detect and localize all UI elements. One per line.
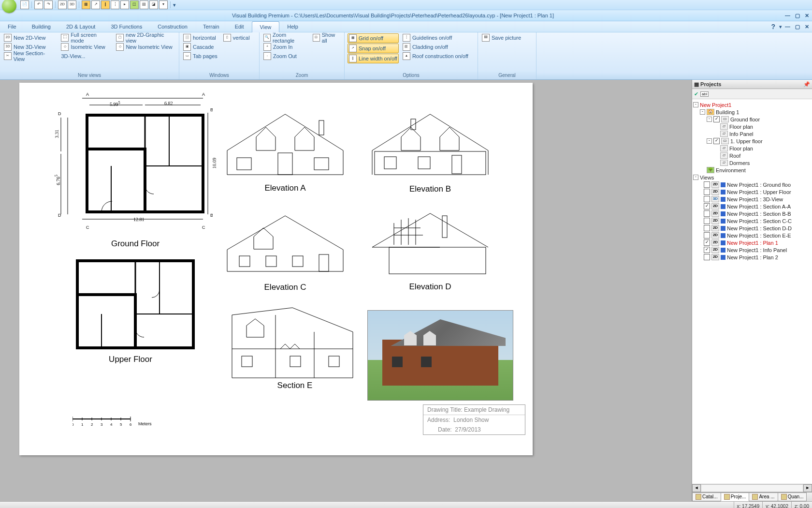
ribbon-minimize-icon[interactable]: ▾ [779,24,782,30]
tree-view-item[interactable]: 2DNew Project1 : Section C-C [693,217,811,224]
zoom-rect-button[interactable]: 🔍Zoom rectangle [262,33,308,42]
mdi-minimize-button[interactable]: — [784,24,791,30]
qat-grid-icon[interactable]: ▦ [82,0,90,9]
tab-area[interactable]: Area ... [749,493,778,501]
guidelines-toggle-button[interactable]: ╎Guidelines on/off [402,33,469,42]
expander-icon[interactable]: - [693,175,698,180]
qat-snap-icon[interactable]: ↗ [91,0,100,9]
new-2d-view-button[interactable]: 2DNew 2D-View [3,33,56,42]
tree-views[interactable]: Views [700,175,714,180]
tree-building[interactable]: Building 1 [716,109,739,115]
tab-quantity[interactable]: Quan... [778,493,807,501]
tab-projects[interactable]: Proje... [721,493,750,501]
tree-item[interactable]: Floor plan [729,146,753,151]
new-isometric-button[interactable]: ◇New Isometric View [115,43,176,51]
tree-view-item[interactable]: 2DNew Project1 : Info Panel [693,246,811,254]
checkbox[interactable] [704,225,710,231]
help-icon[interactable]: ? [771,23,775,30]
cascade-button[interactable]: ▣Cascade [182,43,218,51]
tree-project[interactable]: New Project1 [700,102,731,108]
checkbox[interactable] [704,210,710,217]
close-button[interactable]: ✕ [804,13,810,19]
cladding-toggle-button[interactable]: ▥Cladding on/off [402,43,469,51]
qat-tool6-icon[interactable]: ◫ [130,0,139,9]
grid-toggle-button[interactable]: ▦Grid on/off [348,33,399,43]
project-tree[interactable]: -New Project1 -🏠Building 1 -▭Ground floo… [692,99,812,484]
tree-view-item[interactable]: 2DNew Project1 : Upper Floor [693,188,811,195]
qat-redo-icon[interactable]: ↷ [44,0,53,9]
minimize-button[interactable]: — [784,13,791,19]
tree-view-item[interactable]: 2DNew Project1 : Section D-D [693,224,811,232]
tree-item[interactable]: Dormers [729,160,750,166]
zoom-out-button[interactable]: -Zoom Out [262,52,308,60]
qat-2d-icon[interactable]: 2D [58,0,67,9]
pin-icon[interactable]: 📌 [803,81,810,88]
tree-view-item[interactable]: 2DNew Project1 : Plan 1 [693,239,811,246]
linewidth-toggle-button[interactable]: ‖Line width on/off [348,54,399,63]
full-screen-button[interactable]: ⛶Full screen mode [60,33,111,42]
canvas-viewport[interactable]: AC AC DD BB 5.995 6.82 3.31 6.765 10.09 … [0,80,692,501]
tree-view-item[interactable]: 2DNew Project1 : Ground floo [693,181,811,188]
zoom-in-button[interactable]: +Zoom In [262,43,308,51]
tab-catalog[interactable]: Catal... [692,493,721,501]
checkbox[interactable] [704,218,710,224]
checkbox[interactable] [704,247,710,253]
expander-icon[interactable]: - [707,117,712,122]
panel-rename-icon[interactable]: abI [700,91,709,97]
menu-view[interactable]: View [252,21,280,32]
checkbox[interactable] [704,254,710,260]
menu-file[interactable]: File [0,21,24,32]
tree-item[interactable]: Info Panel [729,131,754,137]
menu-construction[interactable]: Construction [150,21,195,32]
qat-overflow-icon[interactable]: ▾ [173,2,176,8]
checkbox[interactable] [704,196,710,202]
qat-guide-icon[interactable]: ╎ [111,0,119,9]
checkbox[interactable] [704,189,710,195]
isometric-view-button[interactable]: ◇Isometric View [60,43,111,51]
menu-edit[interactable]: Edit [227,21,252,32]
checkbox[interactable] [704,239,710,246]
new-section-view-button[interactable]: ✂New Section-View [3,52,56,60]
tree-view-item[interactable]: 2DNew Project1 : Section E-E [693,232,811,239]
checkbox[interactable] [704,181,710,188]
checkbox[interactable] [704,232,710,239]
horizontal-button[interactable]: ⬜horizontal [182,33,218,42]
tree-item[interactable]: Floor plan [729,124,753,130]
tree-view-item[interactable]: 2DNew Project1 : Section A-A [693,203,811,210]
qat-tool9-icon[interactable]: ▾ [159,0,168,9]
save-picture-button[interactable]: 🖼Save picture [481,33,533,42]
tree-view-item[interactable]: 2DNew Project1 : Section B-B [693,210,811,217]
checkbox[interactable] [713,138,720,144]
menu-terrain[interactable]: Terrain [195,21,227,32]
tab-pages-button[interactable]: ▭Tab pages [182,52,218,60]
menu-help[interactable]: Help [279,21,306,32]
panel-hscroll[interactable]: ◄► [692,484,812,492]
checkbox[interactable] [704,203,710,209]
qat-undo-icon[interactable]: ↶ [34,0,43,9]
mdi-restore-button[interactable]: ▢ [794,24,801,30]
tree-view-item[interactable]: 2DNew Project1 : Plan 2 [693,254,811,261]
restore-button[interactable]: ▢ [794,13,801,19]
tree-item[interactable]: Roof [729,153,740,159]
mdi-close-button[interactable]: ✕ [804,24,810,30]
menu-3d-functions[interactable]: 3D Functions [103,21,150,32]
qat-tool5-icon[interactable]: ▸ [120,0,129,9]
expander-icon[interactable]: - [700,109,705,115]
tree-view-item[interactable]: 3DNew Project1 : 3D-View [693,195,811,203]
qat-new-icon[interactable]: 📄 [20,0,29,9]
tree-environment[interactable]: Environment [716,167,746,173]
panel-check-icon[interactable]: ✔ [694,91,698,97]
checkbox[interactable] [713,116,720,122]
qat-linewidth-icon[interactable]: ‖ [101,0,110,9]
expander-icon[interactable]: - [707,138,712,144]
roof-constr-toggle-button[interactable]: ▲Roof construction on/off [402,52,469,60]
snap-toggle-button[interactable]: ↗Snap on/off [348,44,399,53]
menu-building[interactable]: Building [24,21,58,32]
scroll-left-icon[interactable]: ◄ [692,484,701,492]
tree-floor[interactable]: Ground floor [730,117,760,122]
3d-view-more-button[interactable]: 3D-View... [60,52,111,60]
vertical-button[interactable]: ▯vertical [222,33,251,42]
expander-icon[interactable]: - [693,102,698,107]
menu-2d-layout[interactable]: 2D & Layout [58,21,103,32]
new-2d-graphic-button[interactable]: ▢new 2D-Graphic view [115,33,176,42]
